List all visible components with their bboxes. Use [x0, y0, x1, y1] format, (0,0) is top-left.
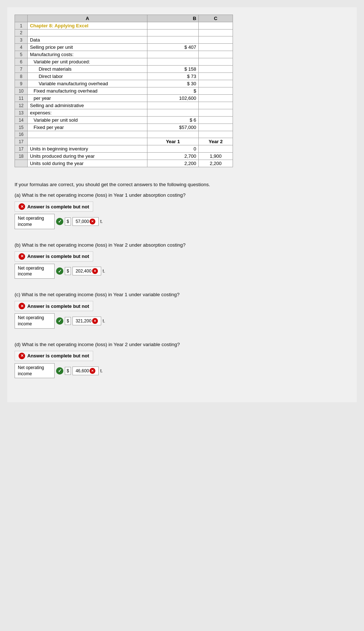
- table-row: 14 Variable per unit sold $ 6: [15, 117, 233, 124]
- label-c: Net operating income: [15, 313, 55, 329]
- answer-banner-b: ✕ Answer is complete but not: [15, 251, 93, 262]
- col-header-c: C: [199, 15, 233, 22]
- spreadsheet-container: A B C 1 Chapter 8: Applying Excel 2: [15, 15, 349, 167]
- value-a: 57,000: [76, 219, 89, 224]
- label-line1-a: Net operating: [18, 216, 44, 221]
- x-icon-small-a: ✕: [90, 219, 95, 224]
- corner-cell: [15, 15, 28, 22]
- banner-text-b: Answer is complete but not: [27, 254, 89, 259]
- question-c-text: (c) What is the net operating income (lo…: [15, 292, 349, 297]
- chapter-title: Chapter 8: Applying Excel: [30, 23, 88, 28]
- intro-text: If your formulas are correct, you should…: [15, 182, 349, 187]
- label-line1-b: Net operating: [18, 266, 44, 271]
- cell-1b: [147, 22, 199, 30]
- x-icon-small-d: ✕: [90, 368, 95, 374]
- x-icon-small-c: ✕: [92, 318, 98, 324]
- dollar-a: $: [65, 217, 71, 226]
- label-b: Net operating income: [15, 264, 55, 279]
- suffix-a: t.: [100, 219, 103, 224]
- table-row: 10 Fixed manufacturing overhead $: [15, 87, 233, 95]
- answer-row-d: Net operating income ✓ $ 46,600✕ t.: [15, 363, 349, 379]
- banner-text-c: Answer is complete but not: [27, 303, 89, 309]
- table-row: 9 Variable manufacturing overhead $ 30: [15, 80, 233, 87]
- x-icon-c: ✕: [19, 303, 25, 309]
- question-d-text: (d) What is the net operating income (lo…: [15, 342, 349, 347]
- table-row: 1 Chapter 8: Applying Excel: [15, 22, 233, 30]
- cell-1c: [199, 22, 233, 30]
- x-icon-d: ✕: [19, 353, 25, 359]
- table-row: 6 Variable per unit produced:: [15, 58, 233, 66]
- table-row: 5 Manufacturing costs:: [15, 51, 233, 58]
- dollar-b: $: [65, 267, 71, 275]
- value-d: 46,600: [76, 368, 89, 373]
- table-row: 13 expenses:: [15, 109, 233, 117]
- value-cell-d: 46,600✕: [72, 367, 99, 375]
- table-row: 16: [15, 131, 233, 138]
- dollar-d: $: [65, 367, 71, 375]
- answer-banner-d: ✕ Answer is complete but not: [15, 351, 93, 361]
- table-row: 15 Fixed per year $57,000: [15, 124, 233, 131]
- question-a-text: (a) What is the net operating income (lo…: [15, 192, 349, 198]
- label-line1-c: Net operating: [18, 315, 44, 320]
- x-icon-a: ✕: [19, 203, 25, 210]
- question-block-a: (a) What is the net operating income (lo…: [15, 192, 349, 229]
- col-header-b: B: [147, 15, 199, 22]
- value-cell-a: 57,000✕: [72, 217, 99, 226]
- label-line2-c: income: [18, 321, 32, 326]
- check-icon-b: ✓: [56, 267, 63, 275]
- answer-banner-c: ✕ Answer is complete but not: [15, 301, 93, 311]
- label-line2-d: income: [18, 371, 32, 376]
- check-icon-c: ✓: [56, 317, 63, 325]
- table-row: 7 Direct materials $ 158: [15, 66, 233, 73]
- table-row: 11 per year 102,600: [15, 95, 233, 102]
- value-cell-b: 202,400✕: [72, 267, 101, 275]
- check-icon-d: ✓: [56, 367, 63, 375]
- question-block-c: (c) What is the net operating income (lo…: [15, 292, 349, 329]
- value-c: 321,200: [76, 318, 91, 324]
- answer-row-b: Net operating income ✓ $ 202,400✕ t.: [15, 264, 349, 279]
- question-b-text: (b) What is the net operating income (lo…: [15, 242, 349, 248]
- answer-row-c: Net operating income ✓ $ 321,200✕ t.: [15, 313, 349, 329]
- page-content: A B C 1 Chapter 8: Applying Excel 2: [7, 7, 357, 402]
- row-num: 1: [15, 22, 28, 30]
- x-icon-small-b: ✕: [92, 268, 98, 274]
- table-row: 4 Selling price per unit $ 407: [15, 44, 233, 51]
- cell-1a: Chapter 8: Applying Excel: [28, 22, 147, 30]
- label-line1-d: Net operating: [18, 365, 44, 370]
- suffix-c: t.: [103, 318, 105, 324]
- value-cell-c: 321,200✕: [72, 317, 101, 325]
- label-a: Net operating income: [15, 214, 55, 229]
- answer-banner-a: ✕ Answer is complete but not: [15, 201, 93, 212]
- table-row: 3 Data: [15, 36, 233, 44]
- table-row: 8 Direct labor $ 73: [15, 73, 233, 80]
- label-line2-b: income: [18, 271, 32, 277]
- question-block-d: (d) What is the net operating income (lo…: [15, 342, 349, 379]
- question-block-b: (b) What is the net operating income (lo…: [15, 242, 349, 279]
- table-row: 2: [15, 30, 233, 36]
- col-header-a: A: [28, 15, 147, 22]
- dollar-c: $: [65, 317, 71, 325]
- table-row: Units sold during the year 2,200 2,200: [15, 160, 233, 167]
- questions-section: If your formulas are correct, you should…: [15, 178, 349, 395]
- answer-row-a: Net operating income ✓ $ 57,000✕ t.: [15, 214, 349, 229]
- spreadsheet-table: A B C 1 Chapter 8: Applying Excel 2: [15, 15, 233, 167]
- table-row: 17 Units in beginning inventory 0: [15, 145, 233, 153]
- table-row: 12 Selling and administrative: [15, 102, 233, 109]
- check-icon-a: ✓: [56, 218, 63, 225]
- label-line2-a: income: [18, 222, 32, 227]
- banner-text-a: Answer is complete but not: [27, 204, 89, 209]
- suffix-d: t.: [100, 368, 103, 373]
- value-b: 202,400: [76, 269, 91, 274]
- label-d: Net operating income: [15, 363, 55, 379]
- banner-text-d: Answer is complete but not: [27, 353, 89, 358]
- suffix-b: t.: [103, 269, 105, 274]
- x-icon-b: ✕: [19, 253, 25, 260]
- table-row: 17 Year 1 Year 2: [15, 138, 233, 145]
- table-row: 18 Units produced during the year 2,700 …: [15, 153, 233, 160]
